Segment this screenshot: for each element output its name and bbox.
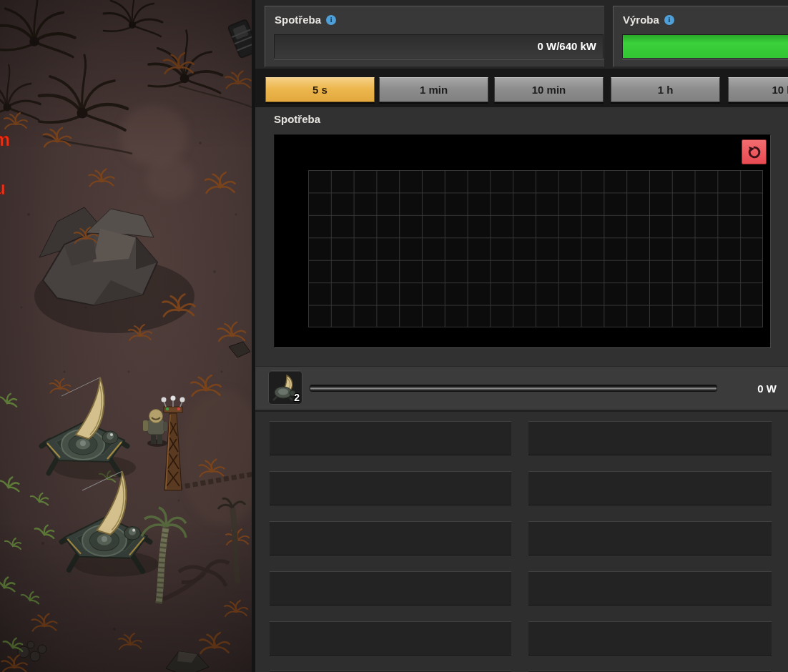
consumption-graph bbox=[274, 134, 771, 348]
time-range-button-1-min[interactable]: 1 min bbox=[379, 77, 488, 102]
svg-text:m: m bbox=[0, 129, 10, 150]
factorio-screen: m u Spotřeba i 0 W/640 kW Výroba i bbox=[0, 0, 788, 672]
info-icon[interactable]: i bbox=[326, 15, 336, 25]
game-world-scene: m u bbox=[0, 0, 252, 672]
reset-graph-button[interactable] bbox=[742, 139, 767, 164]
tesla-turret-item-button[interactable]: 2 bbox=[268, 370, 302, 405]
electric-network-panel: Spotřeba i 0 W/640 kW Výroba i 5 s1 min1… bbox=[252, 0, 788, 672]
game-world-view[interactable]: m u bbox=[0, 0, 252, 672]
empty-consumer-slot bbox=[270, 521, 511, 555]
empty-consumer-slot bbox=[528, 421, 772, 455]
reset-arrow-icon bbox=[747, 144, 762, 160]
consumer-slot-list bbox=[255, 410, 788, 672]
time-range-button-1-h[interactable]: 1 h bbox=[611, 77, 720, 102]
time-range-button-10-min[interactable]: 10 min bbox=[494, 77, 604, 102]
stats-area: Spotřeba i 0 W/640 kW Výroba i bbox=[255, 0, 788, 69]
empty-consumer-slot bbox=[270, 421, 511, 455]
consumption-label: Spotřeba bbox=[275, 14, 321, 26]
graph-grid bbox=[308, 170, 763, 327]
production-label: Výroba bbox=[623, 14, 659, 26]
time-range-button-10-h[interactable]: 10 h bbox=[728, 77, 788, 102]
time-range-button-5-s[interactable]: 5 s bbox=[265, 77, 375, 102]
empty-consumer-slot bbox=[270, 621, 511, 656]
svg-text:u: u bbox=[0, 177, 6, 199]
consumer-row: 2 0 W bbox=[255, 366, 788, 410]
consumption-meter: 0 W/640 kW bbox=[274, 34, 604, 59]
consumer-usage-value: 0 W bbox=[757, 367, 777, 410]
production-stat-box: Výroba i bbox=[613, 6, 788, 67]
empty-consumer-slot bbox=[528, 471, 772, 505]
consumption-stat-box: Spotřeba i 0 W/640 kW bbox=[265, 6, 604, 67]
empty-consumer-slot bbox=[528, 621, 772, 656]
time-range-selector: 5 s1 min10 min1 h10 h bbox=[255, 69, 788, 107]
graph-title: Spotřeba bbox=[274, 113, 320, 125]
graph-section: Spotřeba bbox=[255, 107, 788, 366]
consumer-usage-bar bbox=[310, 385, 717, 392]
consumption-value: 0 W/640 kW bbox=[537, 35, 596, 58]
production-meter bbox=[622, 34, 788, 59]
empty-consumer-slot bbox=[270, 471, 511, 505]
empty-consumer-slot bbox=[528, 571, 772, 606]
info-icon[interactable]: i bbox=[664, 15, 674, 25]
empty-consumer-slot bbox=[270, 571, 511, 606]
item-count-badge: 2 bbox=[294, 392, 300, 403]
empty-consumer-slot bbox=[528, 521, 772, 555]
